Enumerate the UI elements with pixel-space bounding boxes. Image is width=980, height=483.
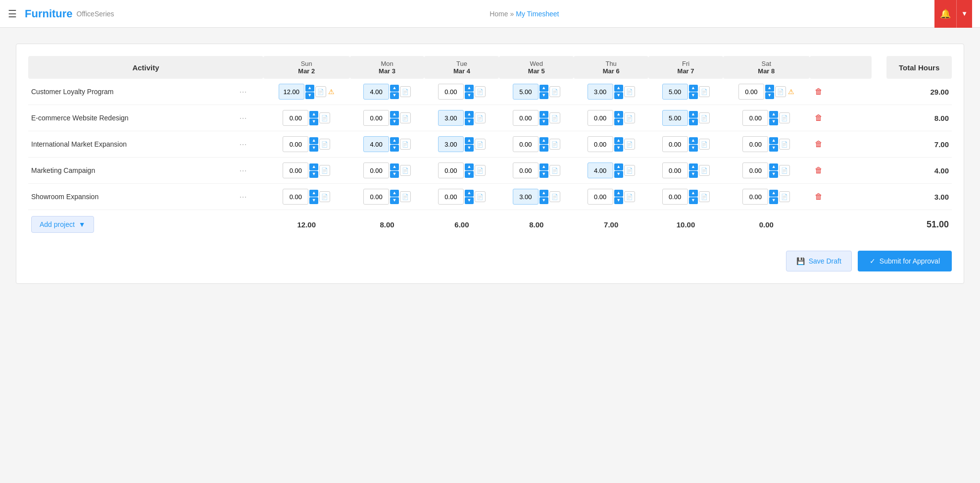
note-btn-r2-c6[interactable]: 📄 (779, 139, 790, 150)
spin-down-r2-c2[interactable]: ▼ (465, 145, 474, 152)
hour-input-r1-c2[interactable] (438, 110, 464, 126)
spin-down-r3-c6[interactable]: ▼ (769, 171, 778, 178)
hour-input-r4-c6[interactable] (742, 189, 768, 205)
delete-row-button-3[interactable]: 🗑 (813, 164, 825, 177)
spin-up-r3-c3[interactable]: ▲ (539, 163, 548, 170)
note-btn-r3-c1[interactable]: 📄 (400, 165, 411, 176)
spin-down-r2-c4[interactable]: ▼ (614, 145, 623, 152)
spin-up-r4-c3[interactable]: ▲ (539, 190, 548, 197)
spin-down-r2-c0[interactable]: ▼ (309, 145, 318, 152)
spin-up-r0-c0[interactable]: ▲ (305, 85, 314, 92)
note-btn-r4-c6[interactable]: 📄 (779, 191, 790, 202)
spin-down-r0-c4[interactable]: ▼ (614, 92, 623, 99)
spin-up-r2-c6[interactable]: ▲ (769, 137, 778, 144)
spin-up-r3-c5[interactable]: ▲ (689, 163, 698, 170)
spin-down-r3-c4[interactable]: ▼ (614, 171, 623, 178)
spin-down-r0-c3[interactable]: ▼ (539, 92, 548, 99)
hour-input-r2-c6[interactable] (742, 136, 768, 152)
spin-up-r4-c0[interactable]: ▲ (309, 190, 318, 197)
hour-input-r1-c4[interactable] (588, 110, 613, 126)
spin-down-r4-c0[interactable]: ▼ (309, 197, 318, 204)
note-btn-r1-c3[interactable]: 📄 (549, 112, 560, 123)
spin-down-r4-c4[interactable]: ▼ (614, 197, 623, 204)
delete-row-button-0[interactable]: 🗑 (813, 85, 825, 98)
spin-up-r0-c5[interactable]: ▲ (689, 85, 698, 92)
note-btn-r0-c5[interactable]: 📄 (699, 86, 710, 97)
spin-up-r2-c4[interactable]: ▲ (614, 137, 623, 144)
hour-input-r0-c2[interactable] (438, 84, 464, 100)
delete-row-button-2[interactable]: 🗑 (813, 138, 825, 151)
spin-up-r1-c3[interactable]: ▲ (539, 111, 548, 118)
spin-down-r1-c1[interactable]: ▼ (390, 118, 399, 125)
hour-input-r0-c4[interactable] (588, 84, 613, 100)
hour-input-r4-c3[interactable] (513, 189, 539, 205)
user-dropdown-button[interactable]: ▼ (956, 0, 972, 28)
hour-input-r1-c0[interactable] (283, 110, 308, 126)
spin-up-r1-c1[interactable]: ▲ (390, 111, 399, 118)
spin-up-r0-c1[interactable]: ▲ (390, 85, 399, 92)
note-btn-r4-c1[interactable]: 📄 (400, 191, 411, 202)
hour-input-r0-c3[interactable] (513, 84, 539, 100)
spin-down-r4-c2[interactable]: ▼ (465, 197, 474, 204)
hour-input-r2-c3[interactable] (513, 136, 539, 152)
spin-up-r3-c2[interactable]: ▲ (465, 163, 474, 170)
hour-input-r4-c4[interactable] (588, 189, 613, 205)
spin-up-r3-c4[interactable]: ▲ (614, 163, 623, 170)
spin-up-r4-c1[interactable]: ▲ (390, 190, 399, 197)
note-btn-r0-c4[interactable]: 📄 (624, 86, 635, 97)
spin-down-r4-c1[interactable]: ▼ (390, 197, 399, 204)
note-btn-r2-c1[interactable]: 📄 (400, 139, 411, 150)
spin-down-r2-c6[interactable]: ▼ (769, 145, 778, 152)
note-btn-r3-c4[interactable]: 📄 (624, 165, 635, 176)
spin-up-r0-c4[interactable]: ▲ (614, 85, 623, 92)
spin-up-r2-c1[interactable]: ▲ (390, 137, 399, 144)
note-btn-r4-c4[interactable]: 📄 (624, 191, 635, 202)
hour-input-r0-c6[interactable] (738, 84, 764, 100)
note-btn-r0-c1[interactable]: 📄 (400, 86, 411, 97)
note-btn-r3-c5[interactable]: 📄 (699, 165, 710, 176)
spin-up-r1-c2[interactable]: ▲ (465, 111, 474, 118)
breadcrumb-home[interactable]: Home (490, 10, 508, 18)
spin-up-r0-c3[interactable]: ▲ (539, 85, 548, 92)
note-btn-r3-c6[interactable]: 📄 (779, 165, 790, 176)
save-draft-button[interactable]: 💾 Save Draft (786, 251, 852, 271)
spin-down-r4-c3[interactable]: ▼ (539, 197, 548, 204)
note-btn-r0-c0[interactable]: 📄 (315, 86, 326, 97)
note-btn-r0-c2[interactable]: 📄 (475, 86, 486, 97)
note-btn-r3-c2[interactable]: 📄 (475, 165, 486, 176)
hour-input-r0-c0[interactable] (279, 84, 304, 100)
spin-down-r3-c5[interactable]: ▼ (689, 171, 698, 178)
hour-input-r3-c0[interactable] (283, 162, 308, 178)
add-project-button[interactable]: Add project ▼ (31, 216, 94, 233)
spin-down-r3-c2[interactable]: ▼ (465, 171, 474, 178)
spin-down-r0-c0[interactable]: ▼ (305, 92, 314, 99)
spin-up-r2-c3[interactable]: ▲ (539, 137, 548, 144)
breadcrumb-current[interactable]: My Timesheet (516, 10, 559, 18)
note-btn-r1-c2[interactable]: 📄 (475, 112, 486, 123)
hour-input-r2-c0[interactable] (283, 136, 308, 152)
note-btn-r2-c5[interactable]: 📄 (699, 139, 710, 150)
hour-input-r0-c1[interactable] (363, 84, 389, 100)
hour-input-r2-c2[interactable] (438, 136, 464, 152)
spin-down-r4-c6[interactable]: ▼ (769, 197, 778, 204)
spin-down-r2-c3[interactable]: ▼ (539, 145, 548, 152)
hour-input-r4-c1[interactable] (363, 189, 389, 205)
submit-approval-button[interactable]: ✓ Submit for Approval (858, 251, 952, 271)
spin-up-r2-c5[interactable]: ▲ (689, 137, 698, 144)
spin-down-r3-c1[interactable]: ▼ (390, 171, 399, 178)
spin-up-r4-c2[interactable]: ▲ (465, 190, 474, 197)
spin-down-r0-c1[interactable]: ▼ (390, 92, 399, 99)
hour-input-r1-c5[interactable] (662, 110, 688, 126)
spin-down-r1-c4[interactable]: ▼ (614, 118, 623, 125)
hour-input-r4-c5[interactable] (662, 189, 688, 205)
notification-bell-button[interactable]: 🔔 (934, 0, 956, 28)
note-btn-r4-c0[interactable]: 📄 (319, 191, 330, 202)
spin-down-r3-c0[interactable]: ▼ (309, 171, 318, 178)
hour-input-r2-c1[interactable] (363, 136, 389, 152)
spin-up-r1-c6[interactable]: ▲ (769, 111, 778, 118)
note-btn-r2-c0[interactable]: 📄 (319, 139, 330, 150)
note-btn-r2-c4[interactable]: 📄 (624, 139, 635, 150)
note-btn-r3-c3[interactable]: 📄 (549, 165, 560, 176)
spin-down-r1-c2[interactable]: ▼ (465, 118, 474, 125)
spin-down-r0-c2[interactable]: ▼ (465, 92, 474, 99)
